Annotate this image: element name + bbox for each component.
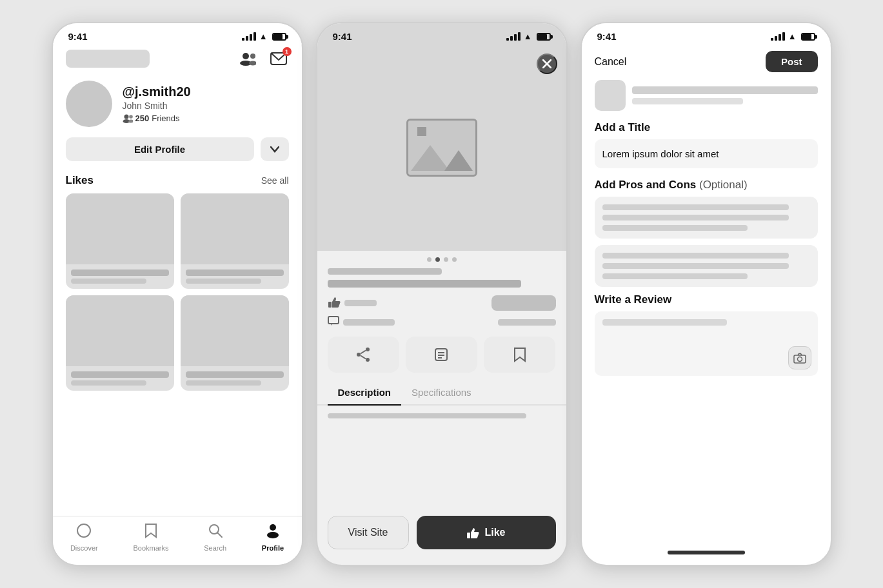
like-card-title — [71, 270, 169, 276]
nav-item-bookmarks[interactable]: Bookmarks — [133, 523, 168, 552]
friends-label: Friends — [152, 113, 179, 123]
close-icon — [542, 59, 551, 68]
like-card[interactable] — [66, 295, 174, 391]
write-review-label: Write a Review — [595, 293, 818, 306]
svg-rect-28 — [467, 533, 470, 538]
like-card[interactable] — [181, 295, 289, 391]
cancel-button[interactable]: Cancel — [595, 56, 627, 68]
product-meta-row — [328, 295, 556, 311]
dot-1[interactable] — [427, 257, 432, 262]
friends-icon[interactable] — [237, 50, 258, 68]
svg-point-19 — [366, 348, 370, 351]
full-name: John Smith — [123, 101, 289, 111]
like-card-title — [186, 371, 284, 378]
edit-profile-row: Edit Profile — [53, 137, 302, 172]
tab-specifications[interactable]: Specifications — [401, 380, 482, 404]
title-input[interactable] — [595, 139, 818, 168]
like-button[interactable]: Like — [417, 516, 556, 549]
like-button-label: Like — [484, 527, 505, 538]
top-navigation: 1 — [53, 44, 302, 75]
chevron-down-icon — [270, 146, 279, 153]
like-card-title — [186, 270, 284, 276]
compass-icon — [76, 523, 92, 542]
camera-button[interactable] — [788, 346, 811, 369]
pros-cons-optional: (Optional) — [699, 179, 748, 191]
tab-content-placeholder — [328, 413, 527, 418]
svg-rect-17 — [328, 302, 332, 308]
visit-site-button[interactable]: Visit Site — [328, 516, 409, 549]
wifi-icon-3: ▲ — [788, 32, 797, 41]
product-content: Description Specifications — [317, 44, 566, 508]
post-button[interactable]: Post — [766, 51, 818, 72]
profile-info: @j.smith20 John Smith 250 Friends — [123, 84, 289, 123]
dot-3[interactable] — [444, 257, 448, 262]
bookmark-add-icon — [513, 347, 526, 362]
share-button[interactable] — [328, 337, 399, 373]
bottom-navigation: Discover Bookmarks Search — [53, 516, 302, 565]
like-count — [344, 300, 377, 306]
mail-badge: 1 — [283, 47, 292, 56]
signal-icon-2 — [506, 32, 521, 41]
likes-header: Likes See all — [53, 172, 302, 193]
notes-button[interactable] — [406, 337, 477, 373]
person-icon — [266, 523, 280, 542]
nav-search-label: Search — [204, 544, 226, 552]
cons-line-1 — [602, 253, 789, 259]
wifi-icon-2: ▲ — [524, 32, 532, 41]
svg-line-12 — [217, 533, 222, 538]
svg-point-13 — [270, 524, 276, 531]
status-icons-2: ▲ — [506, 32, 551, 41]
nav-item-profile[interactable]: Profile — [262, 523, 284, 552]
edit-profile-button[interactable]: Edit Profile — [66, 137, 254, 161]
like-card[interactable] — [66, 193, 174, 289]
nav-item-search[interactable]: Search — [204, 523, 226, 552]
battery-icon-3 — [801, 33, 815, 41]
cons-card[interactable] — [595, 245, 818, 287]
see-all-button[interactable]: See all — [261, 175, 289, 186]
nav-bookmarks-label: Bookmarks — [133, 544, 168, 552]
pros-line-1 — [602, 204, 789, 210]
comment-count — [328, 316, 395, 329]
dot-2[interactable] — [435, 257, 440, 262]
review-content: Add a Title Add Pros and Cons (Optional)… — [582, 80, 831, 545]
svg-point-2 — [250, 54, 255, 59]
dropdown-button[interactable] — [261, 137, 289, 161]
nav-discover-label: Discover — [70, 544, 98, 552]
mountain-icon-2 — [444, 150, 473, 171]
friends-count: 250 Friends — [123, 113, 289, 123]
svg-point-5 — [124, 114, 128, 119]
reviewer-name — [632, 86, 818, 94]
like-icon — [466, 527, 479, 538]
wifi-icon: ▲ — [259, 32, 268, 41]
likes-title: Likes — [66, 174, 94, 187]
pros-card[interactable] — [595, 197, 818, 239]
action-buttons — [317, 337, 566, 380]
product-image-area — [317, 44, 566, 251]
tab-description[interactable]: Description — [328, 380, 402, 406]
home-indicator — [668, 551, 745, 554]
nav-profile-label: Profile — [262, 544, 284, 552]
notes-icon — [434, 348, 448, 362]
nav-item-discover[interactable]: Discover — [70, 523, 98, 552]
product-title — [328, 268, 442, 275]
product-info — [317, 268, 566, 337]
pros-cons-main-label: Add Pros and Cons — [595, 179, 697, 191]
dot-4[interactable] — [452, 257, 457, 262]
like-card-title — [71, 371, 169, 378]
svg-rect-18 — [328, 317, 339, 324]
product-tabs: Description Specifications — [317, 380, 566, 406]
close-button[interactable] — [537, 54, 557, 74]
svg-point-21 — [366, 358, 370, 362]
product-modal-screen: 9:41 ▲ — [316, 22, 568, 566]
product-description — [328, 280, 522, 288]
like-card-subtitle — [186, 380, 262, 386]
like-card[interactable] — [181, 193, 289, 289]
bookmark-action-button[interactable] — [484, 337, 555, 373]
mail-icon[interactable]: 1 — [268, 50, 289, 68]
status-time: 9:41 — [68, 31, 88, 42]
svg-point-30 — [797, 357, 802, 361]
status-time-2: 9:41 — [333, 31, 352, 42]
status-bar-2: 9:41 ▲ — [317, 23, 566, 44]
review-text-area[interactable] — [595, 311, 818, 376]
reviewer-name-area — [632, 86, 818, 104]
